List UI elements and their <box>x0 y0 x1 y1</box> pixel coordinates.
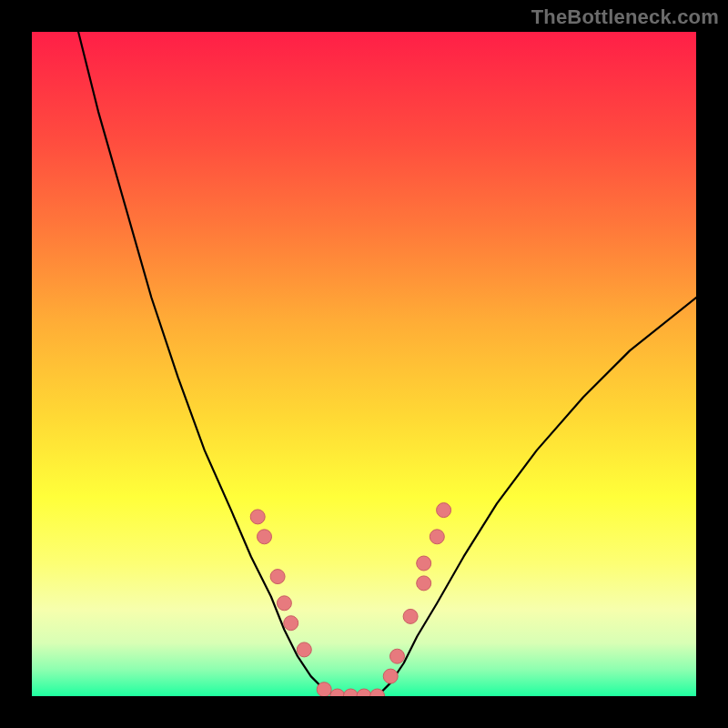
data-point <box>403 609 418 623</box>
data-point <box>297 642 311 657</box>
data-point <box>343 689 358 696</box>
data-point <box>390 649 405 663</box>
chart-curves <box>78 32 696 696</box>
watermark-text: TheBottleneck.com <box>531 5 719 29</box>
data-point <box>357 689 371 696</box>
data-point <box>417 576 431 591</box>
bottleneck-curve <box>78 32 696 696</box>
data-point <box>284 616 298 631</box>
data-point <box>437 503 451 518</box>
data-point <box>250 510 265 524</box>
data-point <box>277 596 291 611</box>
chart-markers <box>250 503 450 696</box>
data-point <box>270 570 285 584</box>
data-point <box>430 530 444 544</box>
data-point <box>330 689 345 696</box>
chart-svg <box>32 32 696 696</box>
chart-frame: TheBottleneck.com <box>0 0 728 728</box>
data-point <box>383 669 398 683</box>
data-point <box>317 682 331 696</box>
chart-plot-area <box>32 32 696 696</box>
data-point <box>258 530 272 544</box>
data-point <box>417 556 431 571</box>
